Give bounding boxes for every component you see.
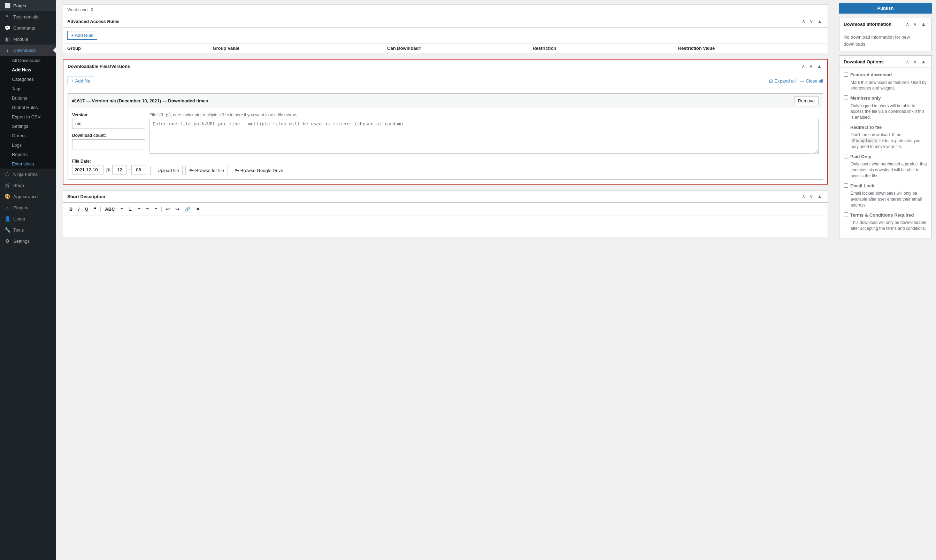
toolbar-align-right[interactable]: ≡	[152, 206, 159, 213]
sidebar-item-label: Pages	[13, 3, 26, 8]
submenu-categories[interactable]: Categories	[0, 74, 56, 84]
downloadable-files-down[interactable]: ∨	[808, 63, 814, 69]
toolbar-blockquote[interactable]: ❝	[92, 206, 98, 213]
redirect-checkbox[interactable]	[843, 125, 848, 129]
download-options-body: Featured download Mark this download as …	[839, 68, 931, 238]
upload-file-button[interactable]: ↑ Upload file	[150, 166, 183, 175]
sidebar-item-comments[interactable]: 💬 Comments	[0, 22, 56, 34]
toolbar-link[interactable]: 🔗	[183, 206, 192, 213]
toolbar-ol[interactable]: 1.	[126, 206, 134, 213]
terms-label[interactable]: Terms & Conditions Required	[843, 212, 927, 219]
access-rules-handle[interactable]: ▲	[816, 18, 823, 25]
toolbar-redo[interactable]: ↪	[173, 206, 181, 213]
redirect-label[interactable]: Redirect to file	[843, 124, 927, 131]
browse-for-file-button[interactable]: 🗁 Browse for file	[185, 166, 228, 175]
file-url-textarea[interactable]	[150, 119, 819, 154]
email-lock-label[interactable]: Email Lock	[843, 183, 927, 189]
dl-options-down[interactable]: ∨	[912, 58, 918, 65]
submenu-add-new[interactable]: Add New	[0, 65, 56, 74]
time-minute-input[interactable]	[131, 165, 146, 174]
terms-checkbox[interactable]	[843, 212, 848, 217]
submenu-buttons[interactable]: Buttons	[0, 93, 56, 103]
submenu-global-rules[interactable]: Global Rules	[0, 103, 56, 112]
toolbar-underline[interactable]: U	[83, 206, 90, 213]
paid-only-label[interactable]: Paid Only	[843, 153, 927, 160]
download-information-header: Download Information ∧ ∨ ▲	[839, 18, 931, 30]
short-desc-handle[interactable]: ▲	[816, 193, 823, 200]
sidebar-item-shop[interactable]: 🛒 Shop	[0, 180, 56, 191]
downloadable-files-up[interactable]: ∧	[800, 63, 806, 69]
short-description-section: Short Description ∧ ∨ ▲ B I U ❝ ABC ≡ 1.…	[63, 190, 828, 237]
sidebar-item-ninja-forms[interactable]: ⬡ Ninja Forms	[0, 169, 56, 180]
short-desc-area[interactable]	[63, 216, 828, 237]
add-file-button[interactable]: + Add file	[68, 77, 94, 85]
publish-button[interactable]: Publish	[839, 3, 932, 14]
toolbar-undo[interactable]: ↩	[164, 206, 172, 213]
option-paid-only: Paid Only Only users who purchased a pro…	[843, 153, 927, 179]
submenu-label: Extensions	[12, 161, 34, 166]
download-information-controls: ∧ ∨ ▲	[904, 21, 927, 27]
remove-button[interactable]: Remove	[794, 97, 819, 105]
sidebar-item-testimonials[interactable]: ❝ Testimonials	[0, 11, 56, 22]
sidebar-item-pages[interactable]: ⬜ Pages	[0, 0, 56, 11]
short-desc-up[interactable]: ∧	[800, 193, 807, 200]
submenu-label: Settings	[12, 124, 28, 129]
time-hour-input[interactable]	[112, 165, 127, 174]
dl-options-up[interactable]: ∧	[904, 58, 911, 65]
email-lock-desc: Email locked downloads will only be avai…	[843, 191, 927, 208]
sidebar-item-downloads[interactable]: ↓ Downloads	[0, 45, 56, 56]
submenu-export-to-csv[interactable]: Export to CSV	[0, 112, 56, 122]
sidebar-item-settings[interactable]: ⚙ Settings	[0, 235, 56, 246]
sidebar-item-appearance[interactable]: 🎨 Appearance	[0, 191, 56, 202]
submenu-settings[interactable]: Settings	[0, 122, 56, 131]
access-rules-collapse-down[interactable]: ∨	[808, 18, 814, 25]
tools-icon: 🔧	[4, 227, 11, 232]
members-only-checkbox[interactable]	[843, 95, 848, 100]
terms-text: Terms & Conditions Required	[850, 212, 914, 219]
submenu-label: Reports	[12, 152, 28, 157]
option-redirect: Redirect to file Don't force download. I…	[843, 124, 927, 150]
access-rules-section: Advanced Access Rules ∧ ∨ ▲ + Add Rule G…	[63, 15, 828, 53]
browse-google-drive-button[interactable]: 🗁 Browse Google Drive	[231, 166, 287, 175]
access-rules-collapse-up[interactable]: ∧	[800, 18, 807, 25]
toolbar-ul[interactable]: ≡	[119, 206, 125, 213]
submenu-orders[interactable]: Orders	[0, 131, 56, 140]
toolbar-bold[interactable]: B	[67, 206, 75, 213]
toolbar-align-center[interactable]: ≡	[144, 206, 151, 213]
submenu-all-downloads[interactable]: All Downloads	[0, 56, 56, 65]
sidebar-item-plugins[interactable]: ⬦ Plugins	[0, 202, 56, 213]
sidebar-item-modula[interactable]: ◧ Modula	[0, 34, 56, 45]
submenu-extensions[interactable]: Extensions	[0, 159, 56, 169]
paid-only-checkbox[interactable]	[843, 154, 848, 158]
members-only-label[interactable]: Members only	[843, 95, 927, 102]
dl-options-handle[interactable]: ▲	[920, 58, 927, 65]
submenu-reports[interactable]: Reports	[0, 150, 56, 159]
email-lock-checkbox[interactable]	[843, 183, 848, 188]
sidebar-item-label: Tools	[13, 228, 24, 232]
close-all-link[interactable]: — Close all	[800, 78, 823, 83]
dl-info-down[interactable]: ∨	[912, 21, 918, 27]
toolbar-align-left[interactable]: ≡	[136, 206, 143, 213]
redirect-code: dlm_uploads	[851, 138, 878, 143]
toolbar-fullscreen[interactable]: ✕	[194, 206, 202, 213]
date-input[interactable]	[72, 165, 103, 174]
download-information-body: No download information for new download…	[839, 30, 931, 51]
sidebar-item-tools[interactable]: 🔧 Tools	[0, 224, 56, 235]
dl-info-up[interactable]: ∧	[904, 21, 911, 27]
short-desc-down[interactable]: ∨	[808, 193, 814, 200]
expand-all-link[interactable]: ⊞ Expand all	[769, 78, 796, 83]
add-rule-button[interactable]: + Add Rule	[67, 31, 97, 40]
featured-checkbox[interactable]	[843, 72, 848, 77]
submenu-logs[interactable]: Logs	[0, 140, 56, 150]
download-count-input[interactable]	[72, 139, 145, 149]
toolbar-italic[interactable]: I	[76, 206, 82, 213]
browse-for-file-label: Browse for file	[195, 168, 224, 173]
toolbar-strikethrough[interactable]: ABC	[103, 206, 117, 213]
dl-info-handle[interactable]: ▲	[920, 21, 927, 27]
featured-label[interactable]: Featured download	[843, 71, 927, 78]
sidebar-item-users[interactable]: 👤 Users	[0, 213, 56, 224]
word-count-text: Word count: 0	[67, 7, 93, 12]
submenu-tags[interactable]: Tags	[0, 84, 56, 93]
version-input[interactable]	[72, 119, 145, 129]
downloadable-files-handle[interactable]: ▲	[816, 63, 823, 69]
